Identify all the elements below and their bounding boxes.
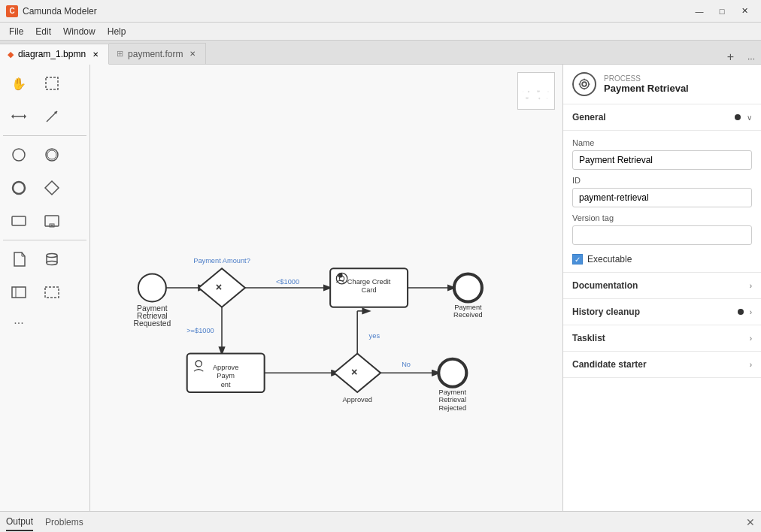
svg-text:Payment: Payment (439, 388, 467, 396)
right-panel: PROCESS Payment Retrieval General ∨ Name… (562, 65, 761, 511)
svg-point-67 (548, 92, 549, 92)
executable-row: ✓ Executable (572, 254, 752, 264)
svg-point-60 (438, 359, 466, 387)
data-store-tool[interactable] (36, 243, 68, 275)
main-area: ✋ (0, 65, 761, 511)
section-documentation-chevron: › (750, 282, 752, 290)
tab-add-button[interactable]: + (720, 50, 741, 64)
svg-point-41 (338, 273, 342, 277)
svg-point-17 (47, 254, 57, 258)
hand-tool[interactable]: ✋ (3, 68, 35, 99)
pool-tool[interactable] (3, 277, 35, 308)
tab-more-button[interactable]: ··· (741, 53, 761, 64)
svg-point-72 (580, 80, 589, 89)
left-toolbar: ✋ (0, 65, 90, 511)
menu-bar: File Edit Window Help (0, 23, 761, 41)
space-tool[interactable] (3, 101, 35, 132)
svg-text:No: No (402, 361, 411, 368)
svg-rect-66 (537, 91, 539, 92)
name-field-input[interactable] (572, 150, 752, 170)
canvas-area[interactable]: Payment Retrieval Requested × Payment Am… (90, 65, 562, 511)
svg-rect-0 (46, 77, 58, 89)
tab-diagram[interactable]: ◆ diagram_1.bpmn ✕ (0, 44, 109, 65)
bottom-close-button[interactable]: ✕ (746, 516, 755, 528)
end-event-tool[interactable] (3, 172, 35, 204)
svg-text:×: × (216, 281, 222, 293)
problems-tab[interactable]: Problems (45, 514, 83, 530)
lasso-tool[interactable] (36, 68, 68, 99)
process-label: PROCESS (604, 74, 752, 83)
menu-window[interactable]: Window (57, 25, 102, 38)
minimap[interactable] (517, 72, 555, 110)
svg-point-20 (47, 261, 57, 265)
close-button[interactable]: ✕ (734, 3, 755, 20)
maximize-button[interactable]: □ (711, 3, 732, 20)
section-general-header[interactable]: General ∨ (563, 104, 761, 131)
connect-tool[interactable] (36, 101, 68, 132)
app-icon: C (6, 5, 18, 17)
section-candidate-starter-chevron: › (750, 361, 752, 369)
svg-point-6 (13, 149, 25, 161)
svg-rect-23 (45, 287, 59, 298)
executable-label: Executable (587, 254, 632, 264)
section-tasklist-header[interactable]: Tasklist › (563, 325, 761, 352)
gateway-tool[interactable] (36, 172, 68, 204)
process-info: PROCESS Payment Retrieval (604, 74, 752, 94)
svg-text:×: × (351, 366, 357, 378)
bpmn-icon: ◆ (8, 50, 14, 59)
svg-marker-65 (528, 91, 529, 92)
section-candidate-starter-header[interactable]: Candidate starter › (563, 352, 761, 378)
section-general-chevron: ∨ (747, 113, 752, 122)
svg-text:Payment: Payment (454, 304, 482, 311)
menu-edit[interactable]: Edit (29, 25, 57, 38)
svg-text:Charge Credit: Charge Credit (347, 278, 391, 286)
svg-rect-11 (12, 216, 26, 225)
process-gear-icon (572, 72, 596, 96)
tab-payment-label: payment.form (128, 49, 183, 59)
data-object-tool[interactable] (3, 243, 35, 275)
svg-text:Card: Card (362, 286, 377, 294)
section-general-content: Name ID Version tag ✓ Executable (563, 131, 761, 273)
section-general-dot (735, 114, 741, 120)
more-tools-button[interactable]: ··· (3, 313, 35, 334)
svg-marker-10 (45, 181, 59, 195)
svg-text:>=$1000: >=$1000 (186, 327, 214, 334)
window-controls: — □ ✕ (689, 3, 755, 20)
executable-checkbox[interactable]: ✓ (572, 254, 583, 264)
svg-point-70 (547, 98, 547, 99)
svg-text:Received: Received (453, 311, 483, 319)
output-tab[interactable]: Output (6, 513, 33, 531)
section-documentation-header[interactable]: Documentation › (563, 273, 761, 299)
svg-text:Paym: Paym (217, 372, 235, 379)
tab-payment-form[interactable]: ⊞ payment.form ✕ (109, 43, 206, 64)
svg-text:Approve: Approve (213, 364, 238, 371)
svg-text:Approved: Approved (342, 396, 372, 404)
panel-scroll[interactable]: General ∨ Name ID Version tag ✓ Executab… (563, 104, 761, 511)
task-tool[interactable] (3, 205, 35, 237)
section-general-title: General (572, 112, 735, 122)
tab-bar: ◆ diagram_1.bpmn ✕ ⊞ payment.form ✕ + ··… (0, 41, 761, 65)
menu-file[interactable]: File (3, 25, 29, 38)
title-bar: C Camunda Modeler — □ ✕ (0, 0, 761, 23)
section-history-cleanup-header[interactable]: History cleanup › (563, 299, 761, 325)
svg-text:<$1000: <$1000 (276, 278, 299, 286)
minimize-button[interactable]: — (689, 3, 710, 20)
app-title: Camunda Modeler (23, 6, 97, 17)
svg-marker-3 (24, 114, 26, 119)
start-event-tool[interactable] (3, 139, 35, 171)
tab-form-close[interactable]: ✕ (187, 49, 198, 59)
version-field-input[interactable] (572, 225, 752, 245)
id-field-input[interactable] (572, 188, 752, 207)
bottom-panel: Output Problems ✕ (0, 511, 761, 532)
intermediate-event-tool[interactable] (36, 139, 68, 171)
menu-help[interactable]: Help (102, 25, 132, 38)
svg-rect-68 (526, 98, 528, 99)
svg-text:yes: yes (369, 332, 380, 340)
svg-point-24 (138, 274, 166, 301)
section-tasklist-chevron: › (750, 334, 752, 343)
group-tool[interactable] (36, 277, 68, 308)
subprocess-tool[interactable] (36, 205, 68, 237)
svg-point-64 (523, 92, 523, 92)
tab-diagram-close[interactable]: ✕ (90, 49, 101, 59)
svg-text:ent: ent (221, 381, 231, 388)
